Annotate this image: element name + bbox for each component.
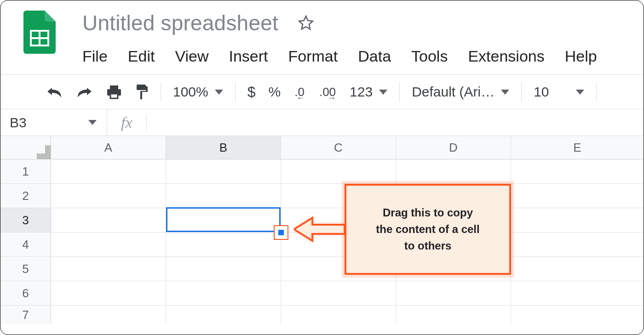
formula-bar: B3 fx	[0, 109, 644, 136]
cell-B6[interactable]	[166, 281, 281, 305]
annotation-box: Drag this to copy the content of a cell …	[345, 184, 511, 275]
decrease-decimal-button[interactable]: .0←	[293, 85, 305, 99]
column-header-E[interactable]: E	[511, 136, 644, 159]
annotation: Drag this to copy the content of a cell …	[294, 184, 511, 275]
sheets-logo-icon	[23, 11, 56, 54]
column-header-D[interactable]: D	[396, 136, 511, 159]
spreadsheet-grid[interactable]: A B C D E 1 2 3	[0, 136, 644, 324]
paint-format-icon[interactable]	[135, 84, 149, 100]
fill-handle-dot-icon	[278, 230, 284, 235]
more-formats-dropdown[interactable]: 123	[350, 84, 387, 100]
cell-D1[interactable]	[396, 159, 511, 183]
cell-A3[interactable]	[51, 208, 166, 232]
format-percent-button[interactable]: %	[269, 84, 281, 100]
toolbar: 100% $ % .0← .00→ 123 Default (Ari…	[0, 74, 644, 109]
menu-help[interactable]: Help	[565, 47, 597, 65]
row-header-5[interactable]: 5	[0, 257, 51, 281]
formula-input[interactable]	[147, 109, 644, 136]
document-title[interactable]: Untitled spreadsheet	[82, 11, 278, 35]
row-header-7[interactable]: 7	[0, 306, 51, 324]
row-1: 1	[0, 159, 644, 184]
cell-B7[interactable]	[166, 306, 281, 324]
menu-edit[interactable]: Edit	[128, 47, 155, 65]
cell-B5[interactable]	[166, 257, 281, 281]
menu-bar: File Edit View Insert Format Data Tools …	[82, 47, 597, 65]
column-header-B[interactable]: B	[166, 136, 281, 159]
menu-view[interactable]: View	[175, 47, 208, 65]
cell-E5[interactable]	[511, 257, 644, 281]
row-header-4[interactable]: 4	[0, 233, 51, 256]
menu-insert[interactable]: Insert	[229, 47, 268, 65]
caret-down-icon	[379, 90, 387, 95]
star-icon[interactable]	[297, 14, 315, 32]
caret-down-icon	[215, 90, 223, 95]
menu-data[interactable]: Data	[358, 47, 391, 65]
cell-A5[interactable]	[51, 257, 166, 281]
undo-icon[interactable]	[46, 85, 63, 99]
caret-down-icon	[88, 120, 97, 125]
redo-icon[interactable]	[76, 85, 93, 99]
row-header-2[interactable]: 2	[0, 184, 51, 208]
increase-decimal-button[interactable]: .00→	[318, 85, 337, 99]
cell-B1[interactable]	[166, 159, 281, 183]
column-header-C[interactable]: C	[281, 136, 396, 159]
name-box[interactable]: B3	[0, 109, 107, 136]
caret-down-icon	[501, 90, 509, 95]
cell-E2[interactable]	[511, 184, 644, 208]
cell-A6[interactable]	[51, 281, 166, 305]
svg-rect-6	[137, 85, 146, 90]
svg-marker-7	[294, 218, 345, 241]
menu-format[interactable]: Format	[288, 47, 338, 65]
cell-E4[interactable]	[511, 233, 644, 256]
cell-D7[interactable]	[396, 306, 511, 324]
zoom-dropdown[interactable]: 100%	[173, 84, 223, 100]
cell-E7[interactable]	[511, 306, 644, 324]
menu-file[interactable]: File	[82, 47, 108, 65]
google-sheets-window: Untitled spreadsheet File Edit View Inse…	[0, 0, 644, 335]
column-header-A[interactable]: A	[51, 136, 166, 159]
cell-A2[interactable]	[51, 184, 166, 208]
row-header-6[interactable]: 6	[0, 281, 51, 305]
cell-B2[interactable]	[166, 184, 281, 208]
fx-icon: fx	[107, 114, 147, 130]
cell-A7[interactable]	[51, 306, 166, 324]
cell-D6[interactable]	[396, 281, 511, 305]
caret-down-icon	[576, 90, 584, 95]
menu-tools[interactable]: Tools	[411, 47, 448, 65]
name-box-value: B3	[10, 115, 27, 131]
row-header-3[interactable]: 3	[0, 208, 51, 232]
cell-C7[interactable]	[281, 306, 396, 324]
cell-E6[interactable]	[511, 281, 644, 305]
row-7: 7	[0, 306, 644, 324]
column-headers: A B C D E	[0, 136, 644, 159]
cell-E1[interactable]	[511, 159, 644, 183]
cell-C1[interactable]	[281, 159, 396, 183]
svg-rect-3	[110, 85, 118, 89]
row-header-1[interactable]: 1	[0, 159, 51, 183]
cell-A4[interactable]	[51, 233, 166, 256]
cell-B4[interactable]	[166, 233, 281, 256]
annotation-line-2: the content of a cell	[376, 221, 479, 238]
select-all-corner[interactable]	[0, 136, 51, 159]
annotation-arrow-icon	[294, 216, 345, 243]
format-currency-button[interactable]: $	[247, 84, 256, 101]
zoom-value: 100%	[173, 84, 208, 100]
title-bar: Untitled spreadsheet File Edit View Inse…	[0, 0, 644, 65]
svg-rect-5	[110, 94, 118, 98]
annotation-line-3: to others	[404, 238, 452, 254]
font-family-dropdown[interactable]: Default (Ari…	[412, 84, 509, 100]
annotation-line-1: Drag this to copy	[383, 204, 473, 221]
fill-handle[interactable]	[274, 225, 288, 240]
menu-extensions[interactable]: Extensions	[468, 47, 544, 65]
cell-A1[interactable]	[51, 159, 166, 183]
cell-E3[interactable]	[511, 208, 644, 232]
font-size-dropdown[interactable]: 10	[534, 84, 584, 100]
row-6: 6	[0, 281, 644, 306]
print-icon[interactable]	[106, 85, 122, 99]
cell-B3[interactable]	[166, 208, 281, 232]
cell-C6[interactable]	[281, 281, 396, 305]
